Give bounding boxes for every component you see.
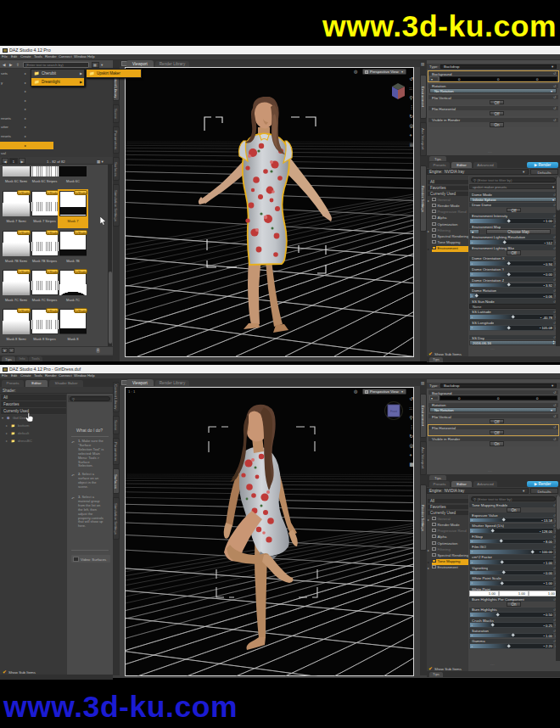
svg-text:Front: Front (390, 410, 397, 413)
